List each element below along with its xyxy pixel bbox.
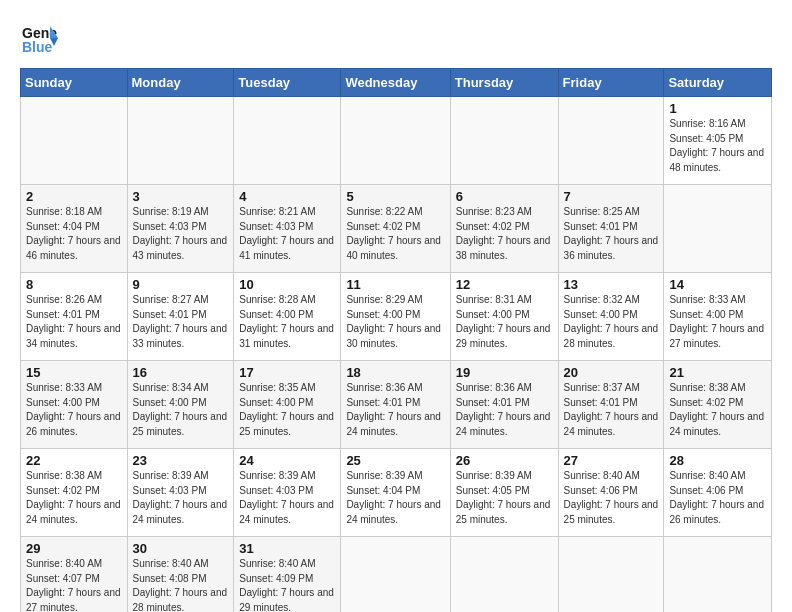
day-number: 4: [239, 189, 335, 204]
day-number: 6: [456, 189, 553, 204]
day-number: 26: [456, 453, 553, 468]
day-detail: Sunrise: 8:37 AMSunset: 4:01 PMDaylight:…: [564, 382, 659, 437]
calendar-day-cell: [450, 97, 558, 185]
calendar-day-cell: 28Sunrise: 8:40 AMSunset: 4:06 PMDayligh…: [664, 449, 772, 537]
calendar-day-cell: 10Sunrise: 8:28 AMSunset: 4:00 PMDayligh…: [234, 273, 341, 361]
day-number: 28: [669, 453, 766, 468]
day-number: 31: [239, 541, 335, 556]
logo: General Blue: [20, 18, 62, 60]
page: General Blue SundayMondayTuesdayWednesda…: [0, 0, 792, 612]
day-number: 12: [456, 277, 553, 292]
day-detail: Sunrise: 8:38 AMSunset: 4:02 PMDaylight:…: [26, 470, 121, 525]
day-number: 20: [564, 365, 659, 380]
day-detail: Sunrise: 8:39 AMSunset: 4:05 PMDaylight:…: [456, 470, 551, 525]
day-number: 10: [239, 277, 335, 292]
calendar-day-cell: 11Sunrise: 8:29 AMSunset: 4:00 PMDayligh…: [341, 273, 450, 361]
calendar-day-cell: 30Sunrise: 8:40 AMSunset: 4:08 PMDayligh…: [127, 537, 234, 613]
day-detail: Sunrise: 8:40 AMSunset: 4:06 PMDaylight:…: [669, 470, 764, 525]
day-detail: Sunrise: 8:16 AMSunset: 4:05 PMDaylight:…: [669, 118, 764, 173]
calendar-day-cell: [341, 97, 450, 185]
day-number: 17: [239, 365, 335, 380]
calendar-day-cell: 13Sunrise: 8:32 AMSunset: 4:00 PMDayligh…: [558, 273, 664, 361]
weekday-header: Saturday: [664, 69, 772, 97]
day-detail: Sunrise: 8:19 AMSunset: 4:03 PMDaylight:…: [133, 206, 228, 261]
calendar-header-row: SundayMondayTuesdayWednesdayThursdayFrid…: [21, 69, 772, 97]
day-detail: Sunrise: 8:36 AMSunset: 4:01 PMDaylight:…: [346, 382, 441, 437]
calendar-day-cell: 6Sunrise: 8:23 AMSunset: 4:02 PMDaylight…: [450, 185, 558, 273]
day-number: 13: [564, 277, 659, 292]
header: General Blue: [20, 18, 772, 60]
calendar-day-cell: 22Sunrise: 8:38 AMSunset: 4:02 PMDayligh…: [21, 449, 128, 537]
day-detail: Sunrise: 8:31 AMSunset: 4:00 PMDaylight:…: [456, 294, 551, 349]
calendar-day-cell: 27Sunrise: 8:40 AMSunset: 4:06 PMDayligh…: [558, 449, 664, 537]
day-detail: Sunrise: 8:34 AMSunset: 4:00 PMDaylight:…: [133, 382, 228, 437]
calendar-day-cell: 18Sunrise: 8:36 AMSunset: 4:01 PMDayligh…: [341, 361, 450, 449]
day-number: 11: [346, 277, 444, 292]
weekday-header: Monday: [127, 69, 234, 97]
day-detail: Sunrise: 8:25 AMSunset: 4:01 PMDaylight:…: [564, 206, 659, 261]
day-number: 24: [239, 453, 335, 468]
calendar-day-cell: [21, 97, 128, 185]
calendar-day-cell: 2Sunrise: 8:18 AMSunset: 4:04 PMDaylight…: [21, 185, 128, 273]
calendar-day-cell: 26Sunrise: 8:39 AMSunset: 4:05 PMDayligh…: [450, 449, 558, 537]
calendar-day-cell: 23Sunrise: 8:39 AMSunset: 4:03 PMDayligh…: [127, 449, 234, 537]
day-detail: Sunrise: 8:40 AMSunset: 4:08 PMDaylight:…: [133, 558, 228, 612]
calendar-day-cell: [127, 97, 234, 185]
day-number: 9: [133, 277, 229, 292]
calendar-day-cell: 4Sunrise: 8:21 AMSunset: 4:03 PMDaylight…: [234, 185, 341, 273]
calendar-day-cell: 25Sunrise: 8:39 AMSunset: 4:04 PMDayligh…: [341, 449, 450, 537]
calendar-day-cell: 24Sunrise: 8:39 AMSunset: 4:03 PMDayligh…: [234, 449, 341, 537]
calendar-day-cell: 17Sunrise: 8:35 AMSunset: 4:00 PMDayligh…: [234, 361, 341, 449]
day-detail: Sunrise: 8:29 AMSunset: 4:00 PMDaylight:…: [346, 294, 441, 349]
calendar-week-row: 1Sunrise: 8:16 AMSunset: 4:05 PMDaylight…: [21, 97, 772, 185]
day-detail: Sunrise: 8:21 AMSunset: 4:03 PMDaylight:…: [239, 206, 334, 261]
calendar-day-cell: 7Sunrise: 8:25 AMSunset: 4:01 PMDaylight…: [558, 185, 664, 273]
calendar-day-cell: 5Sunrise: 8:22 AMSunset: 4:02 PMDaylight…: [341, 185, 450, 273]
day-number: 14: [669, 277, 766, 292]
day-number: 30: [133, 541, 229, 556]
day-number: 21: [669, 365, 766, 380]
calendar-week-row: 22Sunrise: 8:38 AMSunset: 4:02 PMDayligh…: [21, 449, 772, 537]
calendar-day-cell: [558, 537, 664, 613]
day-detail: Sunrise: 8:23 AMSunset: 4:02 PMDaylight:…: [456, 206, 551, 261]
calendar-day-cell: [341, 537, 450, 613]
day-detail: Sunrise: 8:40 AMSunset: 4:07 PMDaylight:…: [26, 558, 121, 612]
calendar-day-cell: [558, 97, 664, 185]
calendar-body: 1Sunrise: 8:16 AMSunset: 4:05 PMDaylight…: [21, 97, 772, 613]
calendar-day-cell: 19Sunrise: 8:36 AMSunset: 4:01 PMDayligh…: [450, 361, 558, 449]
day-number: 15: [26, 365, 122, 380]
day-detail: Sunrise: 8:22 AMSunset: 4:02 PMDaylight:…: [346, 206, 441, 261]
day-number: 29: [26, 541, 122, 556]
day-detail: Sunrise: 8:32 AMSunset: 4:00 PMDaylight:…: [564, 294, 659, 349]
svg-text:Blue: Blue: [22, 39, 53, 55]
calendar-day-cell: [664, 537, 772, 613]
weekday-header: Thursday: [450, 69, 558, 97]
day-number: 16: [133, 365, 229, 380]
day-number: 19: [456, 365, 553, 380]
day-number: 23: [133, 453, 229, 468]
day-number: 7: [564, 189, 659, 204]
weekday-header: Wednesday: [341, 69, 450, 97]
calendar-day-cell: [664, 185, 772, 273]
calendar-day-cell: 21Sunrise: 8:38 AMSunset: 4:02 PMDayligh…: [664, 361, 772, 449]
day-detail: Sunrise: 8:33 AMSunset: 4:00 PMDaylight:…: [26, 382, 121, 437]
day-number: 3: [133, 189, 229, 204]
calendar-day-cell: 14Sunrise: 8:33 AMSunset: 4:00 PMDayligh…: [664, 273, 772, 361]
day-detail: Sunrise: 8:33 AMSunset: 4:00 PMDaylight:…: [669, 294, 764, 349]
day-number: 22: [26, 453, 122, 468]
day-number: 5: [346, 189, 444, 204]
calendar-week-row: 2Sunrise: 8:18 AMSunset: 4:04 PMDaylight…: [21, 185, 772, 273]
day-number: 25: [346, 453, 444, 468]
calendar-week-row: 15Sunrise: 8:33 AMSunset: 4:00 PMDayligh…: [21, 361, 772, 449]
day-detail: Sunrise: 8:18 AMSunset: 4:04 PMDaylight:…: [26, 206, 121, 261]
calendar-day-cell: 29Sunrise: 8:40 AMSunset: 4:07 PMDayligh…: [21, 537, 128, 613]
logo-icon: General Blue: [20, 18, 58, 56]
day-number: 2: [26, 189, 122, 204]
day-detail: Sunrise: 8:40 AMSunset: 4:06 PMDaylight:…: [564, 470, 659, 525]
calendar-week-row: 29Sunrise: 8:40 AMSunset: 4:07 PMDayligh…: [21, 537, 772, 613]
calendar-day-cell: [450, 537, 558, 613]
calendar-day-cell: 9Sunrise: 8:27 AMSunset: 4:01 PMDaylight…: [127, 273, 234, 361]
day-detail: Sunrise: 8:40 AMSunset: 4:09 PMDaylight:…: [239, 558, 334, 612]
day-detail: Sunrise: 8:39 AMSunset: 4:03 PMDaylight:…: [239, 470, 334, 525]
day-detail: Sunrise: 8:39 AMSunset: 4:04 PMDaylight:…: [346, 470, 441, 525]
